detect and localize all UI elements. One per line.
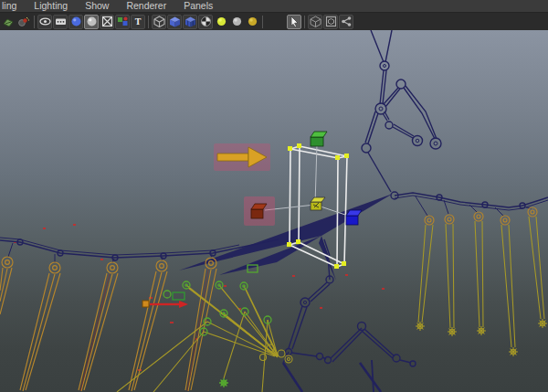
left-wing-feathers[interactable] bbox=[0, 257, 216, 391]
upper-right-leg-skeleton[interactable] bbox=[362, 30, 441, 192]
body-skeleton[interactable] bbox=[283, 239, 416, 392]
feather-tip-star-green bbox=[219, 378, 228, 387]
resolution-gate-icon[interactable] bbox=[100, 15, 114, 29]
left-wing-skeleton[interactable] bbox=[0, 194, 393, 281]
lattice-point[interactable] bbox=[297, 143, 301, 148]
lattice-point[interactable] bbox=[288, 146, 292, 151]
manipulator-tool-icon[interactable] bbox=[1, 15, 16, 29]
toolbar-separator bbox=[34, 16, 35, 28]
feather-tip-star bbox=[538, 319, 547, 328]
toolbar-separator bbox=[262, 16, 263, 28]
toolbar-separator bbox=[148, 16, 149, 28]
toolbar-spacer bbox=[266, 21, 286, 22]
lattice-point[interactable] bbox=[296, 239, 300, 244]
feather-tip-star bbox=[448, 327, 457, 336]
texture-view-label: T bbox=[135, 16, 142, 26]
lattice-point[interactable] bbox=[334, 264, 339, 269]
feather-tip-star bbox=[477, 326, 486, 335]
3d-viewport[interactable] bbox=[0, 30, 548, 392]
lattice-point[interactable] bbox=[287, 242, 291, 247]
menu-shading[interactable]: ling bbox=[2, 0, 16, 12]
center-handle[interactable] bbox=[142, 301, 149, 307]
right-wing-skeleton[interactable] bbox=[391, 192, 548, 216]
panel-toolbar: T bbox=[0, 13, 548, 30]
lattice-point[interactable] bbox=[342, 261, 346, 266]
select-tool-icon[interactable] bbox=[287, 15, 301, 29]
maya-panel-window: ling Lighting Show Renderer Panels bbox=[0, 0, 548, 392]
y-scale-handle-green-cube[interactable] bbox=[311, 132, 327, 146]
isolate-select-icon[interactable] bbox=[37, 15, 52, 29]
lattice-point[interactable] bbox=[335, 155, 340, 160]
annotation-arrow bbox=[214, 143, 270, 171]
y-handle-box[interactable] bbox=[173, 292, 184, 300]
menu-panels[interactable]: Panels bbox=[184, 0, 213, 12]
light-off-icon[interactable] bbox=[229, 15, 244, 29]
multicolor-display-icon[interactable] bbox=[115, 15, 130, 29]
texture-view-icon[interactable]: T bbox=[131, 15, 145, 29]
menu-renderer[interactable]: Renderer bbox=[126, 0, 166, 12]
toolbar-separator bbox=[304, 16, 305, 28]
center-scale-handle-yellow-cube[interactable] bbox=[311, 197, 325, 210]
panel-menubar: ling Lighting Show Renderer Panels bbox=[0, 0, 548, 13]
wireframe-on-shaded-icon[interactable] bbox=[308, 15, 322, 29]
z-scale-handle-blue-cube[interactable] bbox=[346, 210, 362, 225]
feather-tip-star bbox=[416, 322, 425, 331]
menu-show[interactable]: Show bbox=[85, 0, 109, 12]
spotlight-icon[interactable] bbox=[16, 15, 31, 29]
wireframe-display-icon[interactable] bbox=[152, 15, 166, 29]
use-all-lights-icon[interactable] bbox=[198, 15, 213, 29]
joint-hierarchy-icon[interactable] bbox=[339, 15, 353, 29]
textured-display-icon[interactable] bbox=[183, 15, 197, 29]
xray-display-icon[interactable] bbox=[323, 15, 338, 29]
smooth-shade-icon[interactable] bbox=[84, 15, 99, 29]
right-wing-feathers[interactable] bbox=[416, 207, 547, 356]
menu-lighting[interactable]: Lighting bbox=[34, 0, 68, 12]
lattice-point[interactable] bbox=[344, 154, 349, 158]
light-on-icon[interactable] bbox=[214, 15, 228, 29]
feather-tip-star bbox=[509, 347, 518, 356]
default-light-icon[interactable] bbox=[245, 15, 259, 29]
shaded-display-icon[interactable] bbox=[167, 15, 182, 29]
shaded-sphere-icon[interactable] bbox=[68, 15, 83, 29]
x-axis-arrowhead[interactable] bbox=[179, 301, 188, 308]
film-gate-icon[interactable] bbox=[53, 15, 68, 29]
